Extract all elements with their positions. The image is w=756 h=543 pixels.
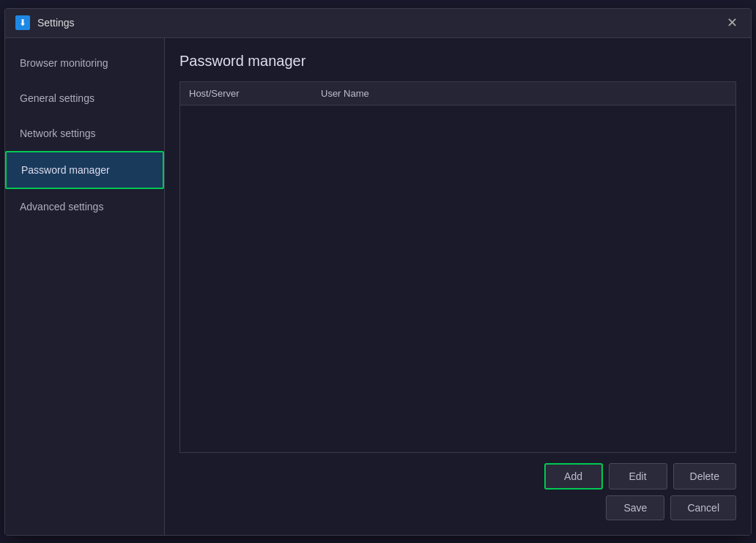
delete-button[interactable]: Delete: [673, 463, 736, 490]
add-button[interactable]: Add: [544, 463, 603, 490]
dialog-body: Browser monitoringGeneral settingsNetwor…: [5, 38, 751, 535]
save-button[interactable]: Save: [606, 495, 664, 520]
sidebar-item-browser-monitoring[interactable]: Browser monitoring: [5, 45, 164, 81]
password-table-container: Host/Server User Name: [179, 81, 736, 453]
sidebar-item-network-settings[interactable]: Network settings: [5, 116, 164, 151]
title-bar-left: ⬇ Settings: [15, 15, 75, 30]
col-username: User Name: [321, 88, 727, 99]
table-body: [180, 106, 735, 452]
settings-dialog: ⬇ Settings ✕ Browser monitoringGeneral s…: [4, 8, 752, 536]
action-buttons-bottom: Save Cancel: [606, 495, 736, 520]
sidebar-item-advanced-settings[interactable]: Advanced settings: [5, 189, 164, 224]
buttons-group: Add Edit Delete Save Cancel: [179, 453, 736, 520]
dialog-title: Settings: [37, 17, 75, 29]
title-bar: ⬇ Settings ✕: [5, 9, 751, 38]
main-title: Password manager: [179, 53, 736, 70]
sidebar: Browser monitoringGeneral settingsNetwor…: [5, 38, 165, 535]
action-buttons-top: Add Edit Delete: [544, 463, 736, 490]
close-button[interactable]: ✕: [723, 14, 741, 32]
table-header: Host/Server User Name: [180, 82, 735, 106]
cancel-button[interactable]: Cancel: [670, 495, 736, 520]
sidebar-item-password-manager[interactable]: Password manager: [5, 151, 164, 189]
edit-button[interactable]: Edit: [609, 463, 667, 490]
col-host: Host/Server: [189, 88, 321, 99]
main-content: Password manager Host/Server User Name A…: [165, 38, 751, 535]
app-icon: ⬇: [15, 15, 30, 30]
sidebar-item-general-settings[interactable]: General settings: [5, 81, 164, 116]
